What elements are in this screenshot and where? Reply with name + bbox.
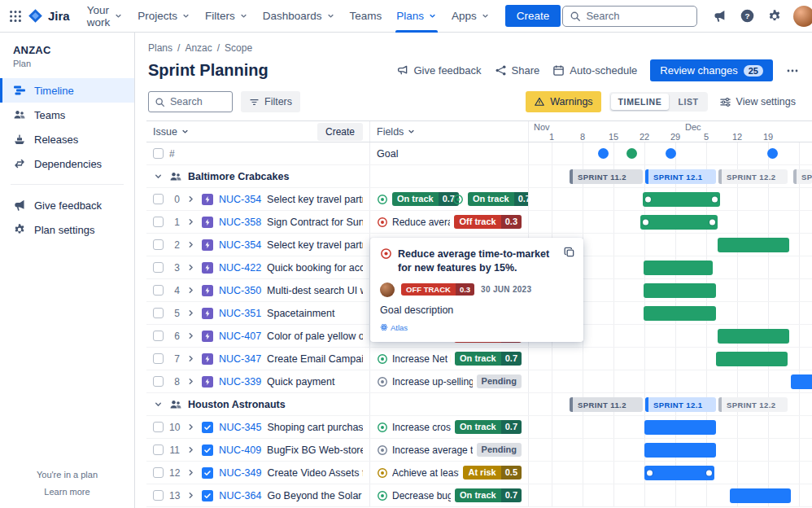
sidebar-item-dependencies[interactable]: Dependencies xyxy=(0,151,134,176)
timeline-bar[interactable] xyxy=(644,466,714,480)
milestone-marker[interactable] xyxy=(767,148,778,159)
row-checkbox[interactable] xyxy=(153,194,164,204)
expand-row-icon[interactable] xyxy=(186,262,196,273)
auto-schedule-button[interactable]: Auto-schedule xyxy=(552,64,637,77)
sidebar-item-timeline[interactable]: Timeline xyxy=(0,78,134,103)
plan-search-input[interactable] xyxy=(170,96,226,107)
row-checkbox[interactable] xyxy=(153,490,164,501)
announcement-icon[interactable] xyxy=(707,4,731,28)
sprint-bar[interactable]: SPRINT 11.2 xyxy=(570,169,643,184)
issue-key-link[interactable]: NUC-345 xyxy=(219,422,261,433)
more-actions-button[interactable] xyxy=(786,64,799,77)
issue-key-link[interactable]: NUC-347 xyxy=(219,353,261,365)
sprint-bar[interactable]: SPRINT 12.2 xyxy=(718,397,788,412)
timeline-bar[interactable] xyxy=(640,215,718,230)
row-checkbox[interactable] xyxy=(153,331,164,341)
timeline-bar[interactable] xyxy=(643,192,720,207)
breadcrumb-plans[interactable]: Plans xyxy=(148,42,172,54)
milestone-marker[interactable] xyxy=(598,148,609,159)
nav-projects[interactable]: Projects xyxy=(130,0,198,33)
create-button[interactable]: Create xyxy=(505,5,561,27)
row-checkbox[interactable] xyxy=(153,239,164,250)
user-avatar[interactable] xyxy=(793,6,812,27)
warnings-button[interactable]: Warnings xyxy=(526,91,600,112)
bar-resize-handle[interactable] xyxy=(647,471,653,476)
tab-timeline[interactable]: TIMELINE xyxy=(611,94,670,110)
sprint-bar[interactable]: SPRINT 12.1 xyxy=(645,397,716,412)
collapse-group-icon[interactable] xyxy=(153,399,164,409)
issue-key-link[interactable]: NUC-364 xyxy=(219,490,261,501)
nav-dashboards[interactable]: Dashboards xyxy=(255,0,343,33)
goal-source-label[interactable]: Atlas xyxy=(391,323,408,332)
view-settings-button[interactable]: View settings xyxy=(716,96,799,108)
expand-row-icon[interactable] xyxy=(186,353,196,364)
expand-row-icon[interactable] xyxy=(186,444,196,455)
issue-column-dropdown[interactable]: Issue xyxy=(153,126,190,138)
bar-resize-handle[interactable] xyxy=(712,197,718,203)
fields-dropdown[interactable]: Fields xyxy=(377,126,416,138)
milestone-marker[interactable] xyxy=(666,148,676,159)
copy-icon[interactable] xyxy=(563,246,575,261)
sprint-bar[interactable]: SP xyxy=(793,169,812,184)
give-feedback-button[interactable]: Give feedback xyxy=(396,64,481,77)
row-checkbox[interactable] xyxy=(153,285,164,296)
sidebar-item-plan-settings[interactable]: Plan settings xyxy=(0,217,134,242)
tab-list[interactable]: LIST xyxy=(670,94,705,110)
row-checkbox[interactable] xyxy=(153,262,164,273)
goal-item[interactable]: Increase Net Prom...On track0.7 xyxy=(377,352,522,366)
timeline-bar[interactable] xyxy=(644,283,716,298)
goal-item[interactable]: Achieve at least 95...At risk0.5 xyxy=(377,466,522,480)
filters-button[interactable]: Filters xyxy=(241,91,300,112)
timeline-bar[interactable] xyxy=(718,329,789,344)
app-switcher-icon[interactable] xyxy=(8,4,23,28)
issue-key-link[interactable]: NUC-407 xyxy=(219,331,261,342)
nav-your-work[interactable]: Your work xyxy=(80,0,131,33)
timeline-bar[interactable] xyxy=(644,261,713,275)
expand-row-icon[interactable] xyxy=(186,285,196,296)
timeline-bar[interactable] xyxy=(718,238,789,252)
row-checkbox[interactable] xyxy=(153,467,164,478)
create-issue-button[interactable]: Create xyxy=(317,123,363,141)
nav-plans[interactable]: Plans xyxy=(389,0,444,33)
timeline-bar[interactable] xyxy=(644,306,716,321)
jira-logo[interactable]: Jira xyxy=(24,8,78,24)
nav-apps[interactable]: Apps xyxy=(444,0,497,33)
timeline-bar[interactable] xyxy=(644,443,716,458)
goal-item[interactable]: Increase up-selling rate...Pending xyxy=(377,374,522,388)
goal-item[interactable]: Reduce average ti...Off track0.3 xyxy=(377,215,522,229)
expand-row-icon[interactable] xyxy=(186,422,196,432)
learn-more-link[interactable]: Learn more xyxy=(0,487,134,497)
issue-key-link[interactable]: NUC-350 xyxy=(219,285,261,296)
goal-item[interactable]: Increase cross-sel...On track0.7 xyxy=(377,420,522,434)
sidebar-item-give-feedback[interactable]: Give feedback xyxy=(0,193,134,217)
sidebar-item-teams[interactable]: Teams xyxy=(0,103,134,127)
timeline-bar[interactable] xyxy=(716,352,788,366)
row-checkbox[interactable] xyxy=(153,353,164,364)
nav-filters[interactable]: Filters xyxy=(198,0,255,33)
goal-item[interactable]: Decrease bug fix t...On track0.7 xyxy=(377,488,522,502)
row-checkbox[interactable] xyxy=(153,422,164,432)
settings-gear-icon[interactable] xyxy=(762,4,787,28)
plan-search[interactable] xyxy=(148,91,233,112)
help-icon[interactable]: ? xyxy=(735,4,759,28)
sprint-bar[interactable]: SPRINT 12.1 xyxy=(645,169,716,184)
sprint-bar[interactable]: SPRINT 11.2 xyxy=(570,397,643,412)
bar-resize-handle[interactable] xyxy=(709,220,715,226)
sidebar-item-releases[interactable]: Releases xyxy=(0,127,134,151)
issue-key-link[interactable]: NUC-349 xyxy=(219,467,261,479)
issue-key-link[interactable]: NUC-339 xyxy=(219,376,261,388)
sprint-bar[interactable]: SPRINT 12.2 xyxy=(718,169,788,184)
goal-item[interactable]: Increase average trans...Pending xyxy=(377,443,522,457)
issue-key-link[interactable]: NUC-354 xyxy=(219,239,261,251)
issue-key-link[interactable]: NUC-409 xyxy=(219,444,261,456)
bar-resize-handle[interactable] xyxy=(645,197,651,203)
expand-row-icon[interactable] xyxy=(186,467,196,478)
expand-row-icon[interactable] xyxy=(186,331,196,341)
breadcrumb-scope[interactable]: Scope xyxy=(225,42,252,54)
issue-key-link[interactable]: NUC-422 xyxy=(219,262,261,274)
global-search-input[interactable] xyxy=(586,10,690,22)
issue-key-link[interactable]: NUC-358 xyxy=(219,217,261,228)
row-checkbox[interactable] xyxy=(153,376,164,387)
expand-row-icon[interactable] xyxy=(186,217,196,227)
row-checkbox[interactable] xyxy=(153,444,164,455)
